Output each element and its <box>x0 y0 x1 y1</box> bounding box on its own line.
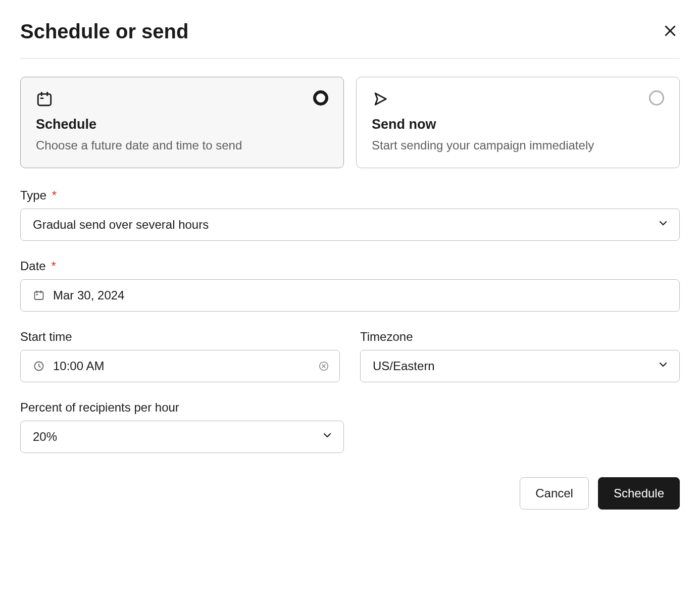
option-send-now[interactable]: Send now Start sending your campaign imm… <box>356 77 680 168</box>
starttime-value: 10:00 AM <box>53 359 104 373</box>
chevron-down-icon <box>321 429 333 444</box>
type-label: Type * <box>20 188 680 202</box>
close-button[interactable] <box>661 21 680 42</box>
date-value: Mar 30, 2024 <box>53 288 124 302</box>
chevron-down-icon <box>657 359 669 374</box>
type-select[interactable]: Gradual send over several hours <box>20 209 680 241</box>
schedule-or-send-modal: Schedule or send Schedule Choose a futur… <box>20 20 680 510</box>
calendar-icon <box>33 289 45 301</box>
radio-schedule[interactable] <box>313 90 328 106</box>
time-row: Start time 10:00 AM Timezone US/Eastern <box>20 330 680 382</box>
option-schedule-title: Schedule <box>36 117 328 132</box>
required-asterisk: * <box>51 259 56 273</box>
radio-send-now[interactable] <box>649 90 664 106</box>
clock-icon <box>33 360 45 372</box>
percent-select[interactable]: 20% <box>20 421 344 453</box>
option-schedule-desc: Choose a future date and time to send <box>36 137 328 154</box>
option-sendnow-title: Send now <box>372 117 664 132</box>
card-top <box>36 90 328 110</box>
starttime-input[interactable]: 10:00 AM <box>20 350 340 382</box>
close-icon <box>663 32 678 40</box>
option-sendnow-desc: Start sending your campaign immediately <box>372 137 664 154</box>
clear-icon[interactable] <box>318 361 329 372</box>
date-field-group: Date * Mar 30, 2024 <box>20 259 680 312</box>
percent-label: Percent of recipients per hour <box>20 400 344 415</box>
type-field-group: Type * Gradual send over several hours <box>20 188 680 241</box>
svg-rect-2 <box>38 94 51 106</box>
starttime-label: Start time <box>20 330 340 344</box>
schedule-button[interactable]: Schedule <box>598 477 680 510</box>
date-label: Date * <box>20 259 680 273</box>
chevron-down-icon <box>657 217 669 232</box>
send-mode-options: Schedule Choose a future date and time t… <box>20 77 680 168</box>
send-icon <box>372 90 389 110</box>
date-input[interactable]: Mar 30, 2024 <box>20 279 680 312</box>
modal-footer: Cancel Schedule <box>20 477 680 510</box>
required-asterisk: * <box>52 188 57 202</box>
percent-value: 20% <box>33 430 57 444</box>
cancel-button[interactable]: Cancel <box>520 477 589 510</box>
timezone-value: US/Eastern <box>373 359 435 373</box>
calendar-icon <box>36 90 53 110</box>
starttime-field-group: Start time 10:00 AM <box>20 330 340 382</box>
percent-field-group: Percent of recipients per hour 20% <box>20 400 344 453</box>
timezone-select[interactable]: US/Eastern <box>360 350 680 382</box>
modal-title: Schedule or send <box>20 20 188 43</box>
timezone-field-group: Timezone US/Eastern <box>360 330 680 382</box>
timezone-label: Timezone <box>360 330 680 344</box>
modal-header: Schedule or send <box>20 20 680 59</box>
card-top <box>372 90 664 110</box>
option-schedule[interactable]: Schedule Choose a future date and time t… <box>20 77 344 168</box>
type-value: Gradual send over several hours <box>33 218 209 232</box>
svg-rect-6 <box>35 292 43 299</box>
